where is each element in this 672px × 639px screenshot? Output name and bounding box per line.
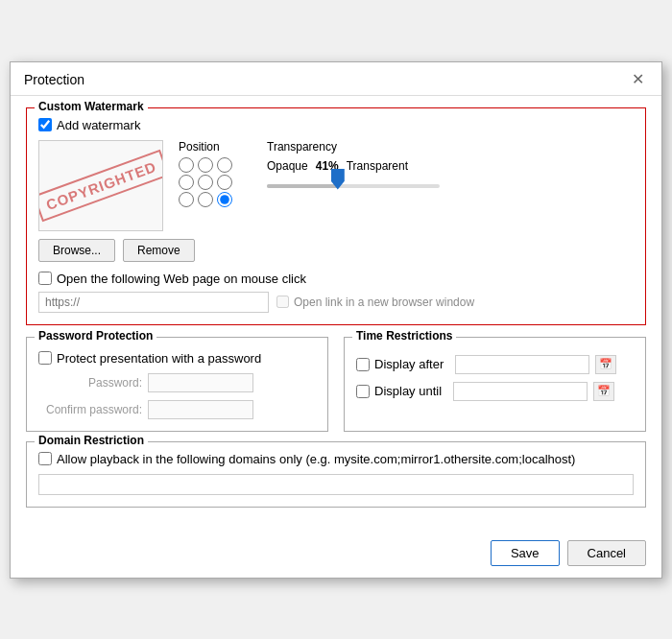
open-link-text: Open link in a new browser window: [294, 296, 474, 309]
transparency-row: Opaque 41% Transparent: [267, 159, 440, 173]
position-radio-bl[interactable]: [179, 192, 194, 207]
watermark-preview: COPYRIGHTED: [38, 140, 163, 231]
open-webpage-checkbox[interactable]: [38, 272, 52, 285]
protection-dialog: Protection ✕ Custom Watermark Add waterm…: [10, 61, 662, 579]
protect-label: Protect presentation with a password: [57, 351, 261, 366]
position-radio-mr[interactable]: [217, 175, 232, 190]
confirm-password-input[interactable]: [148, 400, 253, 419]
confirm-password-row: Confirm password:: [38, 400, 316, 419]
slider-track: [267, 184, 440, 188]
display-after-checkbox-label[interactable]: Display after: [356, 357, 444, 371]
open-webpage-label: Open the following Web page on mouse cli…: [57, 272, 306, 286]
add-watermark-label: Add watermark: [57, 118, 140, 132]
transparent-label: Transparent: [347, 159, 408, 173]
display-until-input[interactable]: [453, 382, 588, 401]
browse-button[interactable]: Browse...: [38, 239, 115, 262]
domain-section-title: Domain Restriction: [35, 434, 148, 447]
position-label: Position: [179, 140, 220, 154]
display-until-row: Display until 📅: [356, 382, 634, 401]
watermark-section-title: Custom Watermark: [35, 100, 148, 113]
pw-time-row: Password Protection Protect presentation…: [26, 337, 646, 432]
time-section: Time Restrictions Display after 📅 Displa…: [344, 337, 646, 432]
add-watermark-checkbox-label[interactable]: Add watermark: [38, 118, 634, 132]
display-after-row: Display after 📅: [356, 355, 634, 374]
allow-domain-checkbox[interactable]: [38, 452, 52, 465]
domain-section: Domain Restriction Allow playback in the…: [26, 441, 646, 508]
allow-domain-label: Allow playback in the following domains …: [57, 452, 575, 466]
display-after-checkbox[interactable]: [356, 358, 370, 371]
title-bar: Protection ✕: [11, 62, 661, 96]
time-section-title: Time Restrictions: [352, 329, 456, 343]
position-radio-tl[interactable]: [179, 157, 194, 173]
position-section: Position: [179, 140, 232, 207]
position-row-1: [179, 157, 232, 173]
protect-checkbox[interactable]: [38, 351, 52, 365]
transparency-label: Transparency: [267, 140, 440, 154]
display-until-checkbox-label[interactable]: Display until: [356, 384, 442, 398]
webpage-row: Open the following Web page on mouse cli…: [38, 272, 634, 286]
slider-fill: [267, 184, 338, 188]
position-radio-tc[interactable]: [198, 157, 213, 173]
watermark-section: Custom Watermark Add watermark COPYRIGHT…: [26, 107, 646, 325]
transparency-slider[interactable]: [267, 177, 440, 196]
add-watermark-checkbox[interactable]: [38, 118, 52, 131]
display-after-label: Display after: [374, 357, 444, 371]
watermark-area: COPYRIGHTED Position: [38, 140, 634, 231]
position-radio-br[interactable]: [217, 192, 232, 207]
password-section-title: Password Protection: [35, 329, 156, 343]
close-button[interactable]: ✕: [628, 72, 648, 87]
position-radio-bc[interactable]: [198, 192, 213, 207]
protect-checkbox-label[interactable]: Protect presentation with a password: [38, 351, 316, 366]
display-after-calendar-button[interactable]: 📅: [595, 355, 616, 374]
url-row: Open link in a new browser window: [38, 292, 634, 313]
browse-remove-row: Browse... Remove: [38, 239, 634, 262]
password-row: Password:: [38, 373, 316, 392]
open-link-label[interactable]: Open link in a new browser window: [276, 296, 474, 309]
dialog-title: Protection: [24, 72, 84, 87]
dialog-body: Custom Watermark Add watermark COPYRIGHT…: [11, 96, 661, 532]
domain-input[interactable]: [38, 474, 634, 495]
password-section: Password Protection Protect presentation…: [26, 337, 328, 432]
display-until-label: Display until: [374, 384, 442, 398]
display-until-calendar-button[interactable]: 📅: [593, 382, 614, 401]
open-link-checkbox[interactable]: [276, 296, 289, 308]
position-radio-ml[interactable]: [179, 175, 194, 190]
allow-domain-checkbox-label[interactable]: Allow playback in the following domains …: [38, 452, 634, 466]
position-radio-tr[interactable]: [217, 157, 232, 173]
position-row-3: [179, 192, 232, 207]
position-row-2: [179, 175, 232, 190]
position-radio-mc[interactable]: [198, 175, 213, 190]
watermark-stamp: COPYRIGHTED: [38, 149, 163, 221]
position-grid: [179, 157, 232, 207]
cancel-button[interactable]: Cancel: [567, 540, 646, 566]
open-webpage-checkbox-label[interactable]: Open the following Web page on mouse cli…: [38, 272, 634, 286]
display-after-input[interactable]: [455, 355, 589, 374]
confirm-password-label: Confirm password:: [38, 403, 142, 416]
password-label: Password:: [38, 376, 142, 390]
password-input[interactable]: [148, 373, 253, 392]
transparency-section: Transparency Opaque 41% Transparent: [267, 140, 440, 196]
url-input[interactable]: [38, 292, 269, 313]
remove-button[interactable]: Remove: [123, 239, 195, 262]
display-until-checkbox[interactable]: [356, 385, 370, 398]
footer: Save Cancel: [11, 532, 661, 578]
opaque-label: Opaque: [267, 159, 308, 173]
save-button[interactable]: Save: [491, 540, 560, 566]
